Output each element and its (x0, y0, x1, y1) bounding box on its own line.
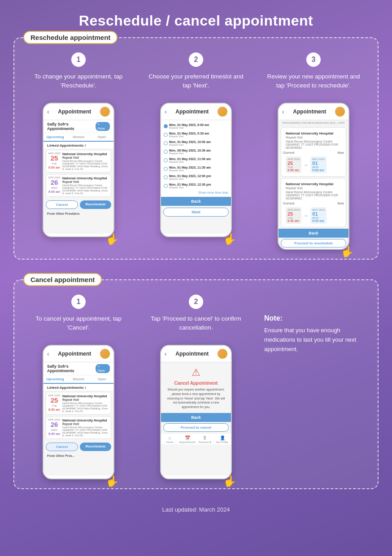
phone3-header: ‹ Appointment (279, 104, 348, 120)
step3-text: Review your new appointment and tap 'Pro… (264, 72, 363, 97)
phone1-header: ‹ Appointment (44, 104, 113, 120)
radio-7[interactable] (164, 175, 168, 179)
profile-icon: 👤 (213, 435, 231, 440)
phone4-tabs: Upcoming Missed Open (44, 375, 113, 384)
timeslots-container: Mon, 01 May 2023, 9:00 am Repeat Visit M… (161, 120, 231, 197)
phone3-title: Appointment (293, 109, 326, 115)
radio-8[interactable] (164, 184, 168, 188)
phone4-avatar (100, 349, 110, 359)
phone1-back-arrow: ‹ (47, 108, 49, 115)
phone1-tabs: Upcoming Missed Open (44, 133, 113, 142)
phone1-title: Appointment (58, 109, 91, 115)
phone4-from-other: From Other Prov... (44, 453, 113, 459)
radio-1[interactable] (164, 124, 168, 128)
timeslot-3: Mon, 01 May 2023, 10:00 am Repeat Visit (161, 139, 231, 148)
phone4-tab-upcoming[interactable]: Upcoming (44, 375, 67, 384)
cancel-step2-text: Tap 'Proceed to cancel' to confirm cance… (147, 314, 245, 339)
cancel-confirm-text: Should you require another appointment, … (161, 387, 231, 413)
payment-icon: $ (196, 435, 213, 440)
note-title: Note: (264, 314, 363, 322)
phone4-sally-name: Sally Soh's Appointments (47, 364, 96, 373)
phone1-from-other: From Other Providers (44, 211, 113, 217)
phone4-tab-open[interactable]: Open (90, 375, 113, 383)
phone4-linked-label: Linked Appointments ℹ (44, 384, 113, 391)
radio-5[interactable] (164, 158, 168, 162)
note-text: Ensure that you have enough medications … (264, 326, 363, 354)
note-column: Note: Ensure that you have enough medica… (264, 294, 363, 354)
radio-2[interactable] (164, 133, 168, 137)
phone5-hand-indicator: 👆 (223, 475, 236, 487)
cancel-warning-icon: ⚠ (161, 362, 231, 381)
phone2-back-button[interactable]: Back (161, 197, 231, 206)
phone2-hand-indicator: 👆 (223, 233, 236, 245)
phone4-tab-missed[interactable]: Missed (67, 375, 90, 383)
phone5-back-button[interactable]: Back (161, 413, 231, 422)
radio-6[interactable] (164, 167, 168, 171)
nav-payment[interactable]: $ Payment $ (196, 435, 213, 443)
phone1-linked-label: Linked Appointments ℹ (44, 142, 113, 148)
phone1-avatar (100, 107, 110, 117)
step1-text: To change your appointment, tap 'Resched… (29, 72, 128, 97)
nav-profile[interactable]: 👤 My Profile (213, 435, 231, 443)
step3-number: 3 (305, 52, 322, 68)
phone1-new-badge: + New (96, 122, 110, 131)
phone4-new-badge: + New (96, 364, 110, 373)
phone4-btn-row: Cancel Reschedule (44, 440, 113, 453)
phone3-proceed-button[interactable]: Proceed to reschedule (281, 239, 346, 248)
phone2-header: ‹ Appointment (161, 104, 231, 120)
phone3-mockup: ‹ Appointment PROCEEDING FOR RESCHEDULIN… (278, 103, 349, 250)
step1-number: 1 (70, 52, 87, 68)
phone4-apt-card-1: APR 2023 25 TUE 8:00 am National Univers… (46, 392, 111, 415)
reschedule-step-2: 2 Choose your preferred timeslot and tap… (147, 52, 245, 237)
phone4-header: ‹ Appointment (44, 346, 113, 362)
show-more-timeslots[interactable]: Show more time slots (161, 190, 231, 195)
cancel-step1-text: To cancel your appointment, tap 'Cancel'… (29, 314, 128, 339)
radio-3[interactable] (164, 141, 168, 145)
phone1-tab-open[interactable]: Open (90, 133, 113, 141)
nav-home[interactable]: ⌂ Home (161, 435, 179, 443)
phone1-tab-upcoming[interactable]: Upcoming (44, 133, 67, 142)
phone1-reschedule-button[interactable]: Reschedule (80, 200, 111, 209)
reschedule-section: Reschedule appointment 1 To change your … (13, 37, 379, 260)
phone2-title: Appointment (175, 109, 209, 115)
nav-appointments[interactable]: 📅 Appointments (179, 435, 196, 443)
phone2-mockup: ‹ Appointment Mon, 01 May 2023, 9:00 am … (160, 103, 232, 237)
phone3-hand-indicator: 👆 (340, 245, 354, 258)
cancel-confirm-title: Cancel Appointment (161, 381, 231, 387)
phone2-avatar (218, 107, 227, 117)
phone4-mockup: ‹ Appointment Sally Soh's Appointments +… (43, 345, 114, 479)
phone3-screen: ‹ Appointment PROCEEDING FOR RESCHEDULIN… (279, 104, 348, 248)
home-icon: ⌂ (161, 435, 179, 440)
phone4-reschedule-button[interactable]: Reschedule (80, 443, 111, 451)
phone1-sally-row: Sally Soh's Appointments + New (44, 120, 113, 133)
phone4-hand-indicator: 👆 (105, 475, 119, 487)
timeslot-7: Mon, 01 May 2023, 12:00 pm Repeat Visit (161, 173, 231, 182)
phone4-title: Appointment (58, 351, 91, 357)
cancel-step-1: 1 To cancel your appointment, tap 'Cance… (29, 294, 128, 479)
phone2-back-arrow: ‹ (165, 108, 167, 115)
cancel-section-label: Cancel appointment (23, 273, 102, 286)
phone1-hand-indicator: 👆 (105, 233, 119, 245)
timeslot-1: Mon, 01 May 2023, 9:00 am Repeat Visit (161, 122, 231, 130)
phone1-screen: ‹ Appointment Sally Soh's Appointments +… (44, 104, 113, 234)
radio-4[interactable] (164, 150, 168, 154)
phone4-back-arrow: ‹ (47, 350, 49, 357)
phone1-tab-missed[interactable]: Missed (67, 133, 90, 141)
reschedule-section-label: Reschedule appointment (23, 31, 118, 44)
phone5-mockup: ‹ Appointment ⚠ Cancel Appointment Shoul… (160, 345, 232, 479)
phone4-apt-card-2: APR 2023 26 WED 8:00 am National Univers… (46, 416, 111, 439)
phone5-avatar (218, 349, 227, 359)
phone5-proceed-cancel-button[interactable]: Proceed to cancel (163, 423, 229, 432)
phone5-header: ‹ Appointment (161, 346, 231, 362)
phone5-bottom-nav: ⌂ Home 📅 Appointments $ Payment $ 👤 (161, 433, 231, 444)
phone4-cancel-button[interactable]: Cancel (46, 443, 78, 451)
cancel-step-2: 2 Tap 'Proceed to cancel' to confirm can… (147, 294, 245, 479)
phone3-back-button[interactable]: Back (279, 229, 348, 238)
phone3-avatar (335, 107, 345, 117)
timeslot-5: Mon, 01 May 2023, 11:00 am Repeat Visit (161, 156, 231, 165)
phone5-back-arrow: ‹ (165, 350, 167, 357)
step2-number: 2 (188, 52, 204, 68)
phone1-apt-card-1: APR 2023 25 TUE 8:00 am National Univers… (46, 150, 111, 173)
phone2-next-button[interactable]: Next (163, 208, 229, 217)
phone1-cancel-button[interactable]: Cancel (46, 200, 78, 209)
